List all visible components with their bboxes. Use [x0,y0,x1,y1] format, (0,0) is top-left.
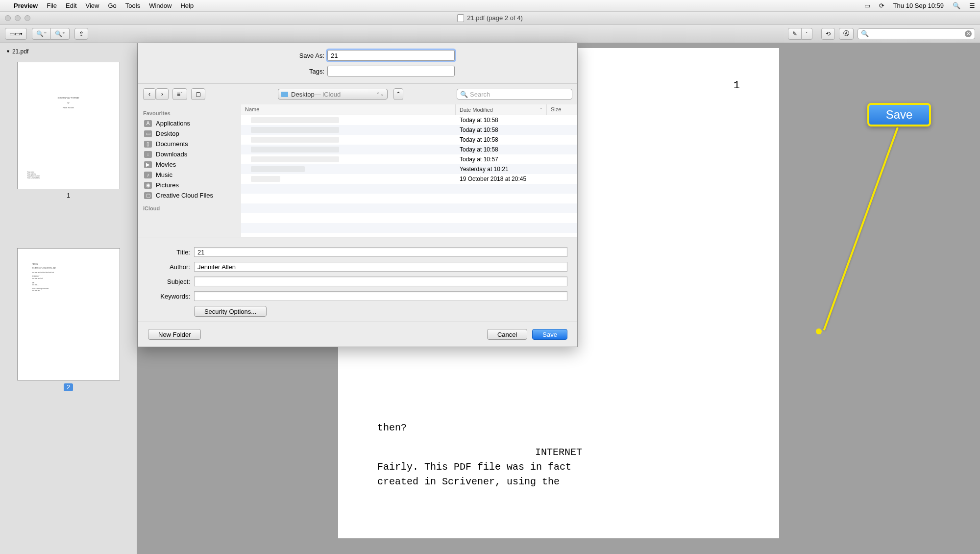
search-placeholder: Search [470,91,490,98]
fav-downloads[interactable]: ↓Downloads [143,149,236,159]
file-row[interactable]: Today at 10:58 [241,115,577,125]
app-menu[interactable]: Preview [14,2,38,9]
file-row[interactable]: Today at 10:57 [241,154,577,164]
page-1-label: 1 [4,192,133,199]
fav-desktop[interactable]: ▭Desktop [143,128,236,139]
fav-creative-cloud[interactable]: ▢Creative Cloud Files [143,190,236,201]
keywords-input[interactable] [194,291,567,301]
clock[interactable]: Thu 10 Sep 10:59 [893,2,944,9]
callout-annotation: Save [867,103,931,126]
search-icon: 🔍 [861,30,869,37]
menu-tools[interactable]: Tools [125,2,140,9]
menu-view[interactable]: View [86,2,99,9]
thumbnail-sidebar: ▼ 21.pdf SCREENPLAY FORMATbyKeith Rinzee… [0,43,137,554]
browser-search[interactable]: 🔍 Search [457,89,572,100]
markup-dropdown-button[interactable]: ˅ [802,28,812,40]
forward-button[interactable]: › [156,88,169,100]
fav-pictures[interactable]: ◉Pictures [143,180,236,190]
rotate-button[interactable]: ⟲ [821,28,835,40]
file-row [241,223,577,233]
subject-input[interactable] [194,277,567,286]
menu-go[interactable]: Go [108,2,116,9]
location-name: Desktop [291,91,315,98]
popup-arrows-icon: ⌃⌄ [376,92,384,97]
minimize-window-button[interactable] [15,15,21,21]
column-date[interactable]: Date Modified ˅ [456,104,547,115]
movies-icon: ▶ [144,161,152,168]
view-options-button[interactable]: ≡ ˅ [172,88,187,100]
file-row[interactable]: 19 October 2018 at 20:45 [241,174,577,184]
file-row[interactable]: Today at 10:58 [241,135,577,145]
collapse-button[interactable]: ⌃ [393,88,403,100]
highlight-button[interactable]: Ⓐ [839,28,854,40]
tags-label: Tags: [261,68,324,75]
author-input[interactable] [194,262,567,272]
doc-line: Fairly. This PDF file was in fact [377,460,740,475]
zoom-out-button[interactable]: 🔍⁻ [32,28,51,40]
title-input[interactable] [194,247,567,257]
music-icon: ♪ [144,172,152,178]
clear-search-icon[interactable]: ✕ [965,30,972,37]
spotlight-icon[interactable]: 🔍 [953,2,960,9]
file-row[interactable]: Yesterday at 10:21 [241,164,577,174]
menubar: Preview File Edit View Go Tools Window H… [0,0,980,12]
subject-label: Subject: [148,278,190,285]
fav-movies[interactable]: ▶Movies [143,159,236,170]
fav-music[interactable]: ♪Music [143,170,236,180]
zoom-window-button[interactable] [24,15,30,21]
close-window-button[interactable] [5,15,11,21]
column-size[interactable]: Size [547,104,577,115]
doc-line: created in Scrivener, using the [377,475,740,489]
thumbnail-page-1[interactable]: SCREENPLAY FORMATbyKeith Rinzee Your nam… [17,62,120,189]
file-row [241,194,577,203]
downloads-icon: ↓ [144,151,152,158]
file-row[interactable]: Today at 10:58 [241,145,577,154]
title-label: Title: [148,249,190,256]
file-row [241,213,577,223]
share-button[interactable]: ⇪ [74,28,88,40]
save-as-label: Save As: [261,52,324,59]
time-machine-icon[interactable]: ⟳ [879,2,884,9]
search-icon: 🔍 [460,91,468,98]
document-icon [457,14,464,22]
icloud-header: iCloud [143,205,236,211]
location-popup[interactable]: Desktop — iCloud ⌃⌄ [278,89,388,100]
file-row[interactable]: Today at 10:58 [241,125,577,135]
keywords-label: Keywords: [148,293,190,300]
sidebar-view-button[interactable]: ▭▭ ▾ [5,28,27,40]
notification-center-icon[interactable]: ☰ [969,2,975,9]
applications-icon: A [144,120,152,127]
sidebar-filename: 21.pdf [12,48,28,55]
save-dialog: Save As: Tags: ‹ › ≡ ˅ ▢ Desktop — iClou… [138,43,578,347]
column-name[interactable]: Name [241,104,456,115]
doc-line: then? [377,421,740,435]
save-button[interactable]: Save [532,329,567,340]
thumbnail-page-2[interactable]: FADE IN:INT. A MESSY LIVING ROOM - DAYte… [17,248,120,380]
menu-help[interactable]: Help [180,2,194,9]
menu-window[interactable]: Window [149,2,172,9]
screen-mirror-icon[interactable]: ▭ [864,2,870,9]
pictures-icon: ◉ [144,182,152,189]
menu-edit[interactable]: Edit [66,2,76,9]
back-button[interactable]: ‹ [143,88,156,100]
fav-documents[interactable]: ▯Documents [143,139,236,149]
sidebar-doc-header[interactable]: ▼ 21.pdf [4,47,133,56]
callout-save-label: Save [867,103,931,126]
zoom-in-button[interactable]: 🔍⁺ [51,28,70,40]
disclosure-triangle-icon[interactable]: ▼ [6,49,10,54]
save-as-input[interactable] [327,50,455,61]
tags-input[interactable] [327,66,455,76]
desktop-icon: ▭ [144,130,152,137]
location-sub: — iCloud [315,91,341,98]
new-folder-button[interactable]: New Folder [148,329,201,340]
security-options-button[interactable]: Security Options... [194,306,267,317]
file-row [241,184,577,194]
markup-button[interactable]: ✎ [788,28,802,40]
file-row [241,203,577,213]
sort-indicator-icon: ˅ [540,107,542,112]
toolbar-search[interactable]: 🔍 ✕ [858,28,975,39]
fav-applications[interactable]: AApplications [143,118,236,128]
group-button[interactable]: ▢ [191,88,205,100]
cancel-button[interactable]: Cancel [487,329,527,340]
menu-file[interactable]: File [47,2,57,9]
